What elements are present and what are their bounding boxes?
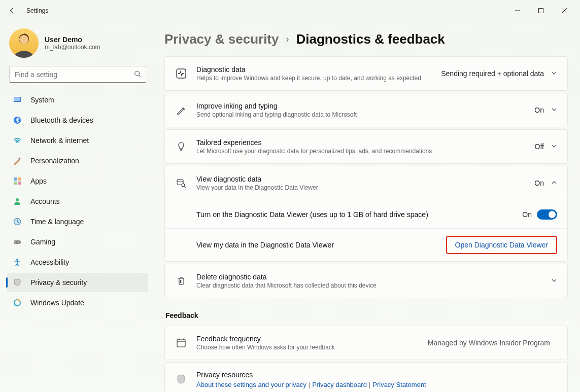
card-title: Improve inking and typing [196, 102, 534, 110]
card-view-diagnostic: View diagnostic dataView your data in th… [164, 166, 568, 262]
svg-line-7 [139, 75, 141, 77]
highlight-annotation: Open Diagnostic Data Viewer [446, 236, 557, 254]
accessibility-icon [12, 258, 22, 266]
nav-label: Gaming [30, 238, 55, 246]
avatar [9, 28, 39, 58]
profile[interactable]: User Demo m_lab@outlook.com [7, 27, 148, 65]
user-name: User Demo [45, 35, 100, 44]
subrow-text: Turn on the Diagnostic Data Viewer (uses… [196, 210, 522, 219]
sidebar-item-system[interactable]: System [7, 90, 148, 110]
card-delete-diagnostic[interactable]: Delete diagnostic dataClear diagnostic d… [164, 264, 568, 298]
svg-rect-14 [14, 182, 17, 185]
chevron-down-icon [551, 277, 557, 285]
data-search-icon [175, 178, 187, 188]
card-desc: Choose how often Windows asks for your f… [196, 344, 428, 351]
search-input[interactable] [9, 66, 146, 83]
system-icon [12, 96, 22, 104]
svg-point-27 [177, 180, 183, 182]
gaming-icon [12, 238, 22, 246]
sidebar-item-personalization[interactable]: Personalization [7, 151, 148, 170]
accounts-icon [12, 197, 22, 205]
svg-point-20 [18, 242, 19, 243]
card-tailored[interactable]: Tailored experiencesLet Microsoft use yo… [164, 129, 568, 164]
link-about-settings[interactable]: About these settings and your privacy [196, 381, 306, 388]
card-title: View diagnostic data [196, 175, 534, 183]
sidebar-item-network[interactable]: Network & internet [7, 131, 148, 150]
subrow-toggle-viewer: Turn on the Diagnostic Data Viewer (uses… [165, 200, 567, 228]
personalization-icon [12, 157, 22, 165]
heartbeat-icon [175, 68, 187, 79]
apps-icon [12, 177, 22, 185]
sidebar-item-privacy[interactable]: Privacy & security [7, 273, 148, 292]
link-privacy-dashboard[interactable]: Privacy dashboard [312, 381, 367, 388]
card-header-row[interactable]: View diagnostic dataView your data in th… [165, 166, 567, 200]
card-privacy-resources: Privacy resources About these settings a… [164, 362, 568, 392]
sidebar-item-accounts[interactable]: Accounts [7, 192, 148, 211]
window-title: Settings [26, 7, 48, 14]
card-title: Delete diagnostic data [196, 273, 551, 281]
shield-icon [175, 374, 187, 384]
card-feedback-frequency[interactable]: Feedback frequencyChoose how often Windo… [164, 326, 568, 360]
card-value: Off [535, 142, 544, 151]
card-desc: Clear diagnostic data that Microsoft has… [196, 282, 551, 289]
breadcrumb: Privacy & security › Diagnostics & feedb… [164, 31, 568, 47]
svg-point-21 [16, 259, 18, 261]
pen-icon [175, 105, 187, 115]
chevron-down-icon [551, 142, 557, 151]
card-title: Diagnostic data [196, 65, 441, 74]
open-diagnostic-viewer-button[interactable]: Open Diagnostic Data Viewer [449, 238, 554, 252]
card-diagnostic-data[interactable]: Diagnostic dataHelps to improve Windows … [164, 56, 568, 91]
card-desc: Let Microsoft use your diagnostic data f… [196, 148, 535, 155]
nav-label: Time & language [30, 218, 84, 226]
sidebar-item-accessibility[interactable]: Accessibility [7, 253, 148, 272]
sidebar-item-time[interactable]: Time & language [7, 212, 148, 231]
maximize-button[interactable] [529, 3, 553, 19]
card-desc: Helps to improve Windows and keep it sec… [196, 75, 441, 82]
svg-rect-18 [14, 240, 21, 244]
sidebar-item-update[interactable]: Windows Update [7, 293, 148, 312]
card-title: Tailored experiences [196, 138, 535, 147]
svg-rect-13 [18, 177, 21, 181]
card-value: Sending required + optional data [441, 69, 544, 78]
user-email: m_lab@outlook.com [45, 44, 100, 51]
chevron-right-icon: › [286, 34, 289, 45]
svg-point-16 [16, 198, 19, 201]
nav-label: Accessibility [30, 258, 69, 266]
nav-list: System Bluetooth & devices Network & int… [7, 90, 148, 312]
chevron-down-icon [551, 106, 557, 114]
sidebar-item-bluetooth[interactable]: Bluetooth & devices [7, 111, 148, 130]
nav-label: Privacy & security [30, 278, 87, 287]
search-box [9, 66, 146, 83]
chevron-down-icon [551, 69, 557, 78]
card-title: Feedback frequency [196, 335, 428, 343]
main-content: Privacy & security › Diagnostics & feedb… [152, 21, 580, 392]
close-button[interactable] [553, 3, 576, 19]
privacy-links: About these settings and your privacy|Pr… [196, 381, 557, 388]
sidebar-item-apps[interactable]: Apps [7, 171, 148, 191]
card-value: On [534, 106, 544, 114]
nav-label: Accounts [30, 197, 60, 205]
chevron-up-icon [551, 179, 557, 187]
sidebar-item-gaming[interactable]: Gaming [7, 232, 148, 252]
lightbulb-icon [175, 141, 187, 152]
svg-point-28 [182, 184, 185, 187]
card-value: On [534, 179, 544, 187]
minimize-button[interactable] [506, 3, 529, 19]
nav-label: System [30, 96, 54, 104]
time-icon [12, 218, 22, 226]
toggle-switch[interactable] [537, 209, 557, 220]
breadcrumb-current: Diagnostics & feedback [296, 31, 445, 47]
privacy-icon [12, 278, 22, 287]
breadcrumb-parent[interactable]: Privacy & security [164, 31, 279, 47]
card-inking-typing[interactable]: Improve inking and typingSend optional i… [164, 93, 568, 127]
calendar-icon [175, 338, 187, 348]
update-icon [12, 299, 22, 307]
svg-rect-32 [177, 339, 185, 347]
card-desc: View your data in the Diagnostic Data Vi… [196, 184, 534, 191]
nav-label: Personalization [30, 157, 79, 165]
trash-icon [175, 276, 187, 286]
svg-point-19 [15, 242, 16, 243]
link-privacy-statement[interactable]: Privacy Statement [372, 381, 426, 388]
svg-line-29 [185, 187, 186, 188]
back-button[interactable] [4, 3, 20, 19]
